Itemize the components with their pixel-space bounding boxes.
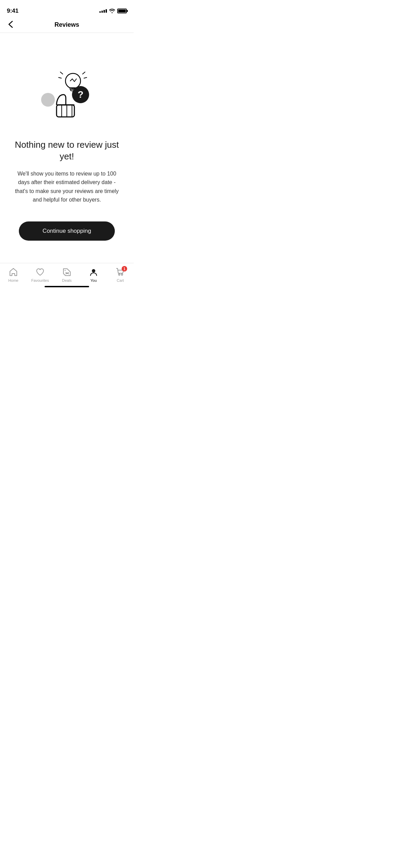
wifi-icon: [109, 8, 115, 14]
signal-icon: [99, 9, 107, 13]
svg-text:?: ?: [77, 89, 83, 100]
nav-item-home[interactable]: Home: [3, 267, 24, 282]
status-bar: 9:41: [0, 0, 134, 17]
deals-icon: [62, 267, 72, 277]
battery-icon: [117, 9, 127, 13]
empty-state-title: Nothing new to review just yet!: [10, 139, 123, 162]
home-indicator: [45, 286, 89, 287]
svg-point-17: [92, 269, 95, 273]
svg-point-19: [121, 274, 123, 275]
heart-icon: [35, 267, 45, 277]
nav-label-home: Home: [8, 278, 18, 282]
home-icon: [9, 267, 18, 277]
page-title: Reviews: [7, 21, 127, 28]
svg-point-14: [65, 270, 66, 271]
svg-line-11: [59, 77, 61, 78]
continue-shopping-button[interactable]: Continue shopping: [19, 221, 115, 241]
nav-item-deals[interactable]: Deals: [57, 267, 77, 282]
nav-label-cart: Cart: [117, 278, 124, 282]
svg-point-18: [119, 274, 120, 275]
empty-state-illustration: ?: [36, 64, 98, 125]
status-time: 9:41: [7, 8, 19, 14]
cart-badge: 1: [122, 266, 127, 272]
svg-line-9: [84, 77, 87, 78]
page-header: Reviews: [0, 17, 134, 33]
empty-state-description: We'll show you items to review up to 100…: [12, 169, 122, 204]
person-icon: [89, 267, 98, 277]
svg-line-10: [60, 72, 63, 74]
nav-label-you: You: [90, 278, 97, 282]
bottom-navigation: Home Favourites Deals Y: [0, 263, 134, 289]
nav-item-you[interactable]: You: [83, 267, 104, 282]
nav-label-favourites: Favourites: [31, 278, 49, 282]
status-icons: [99, 8, 127, 14]
back-button[interactable]: [7, 19, 14, 31]
nav-item-cart[interactable]: 1 Cart: [110, 267, 131, 282]
svg-point-5: [65, 73, 81, 88]
main-content: ? Nothing new to review just yet! We'll …: [0, 33, 134, 254]
nav-label-deals: Deals: [62, 278, 72, 282]
cart-icon: 1: [116, 267, 125, 277]
svg-point-0: [41, 93, 55, 107]
nav-item-favourites[interactable]: Favourites: [30, 267, 50, 282]
svg-line-8: [83, 72, 85, 74]
